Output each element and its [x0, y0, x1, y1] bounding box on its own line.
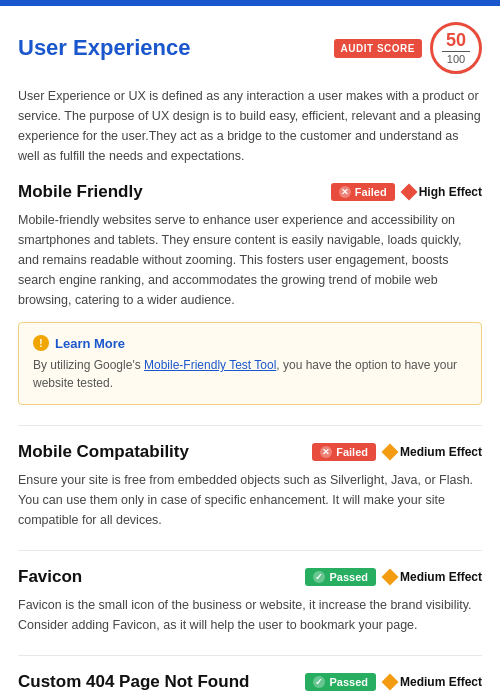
score-circle: 50 100: [430, 22, 482, 74]
diamond-icon-custom-404: [381, 674, 398, 691]
section-custom-404: Custom 404 Page Not Found✓PassedMedium E…: [18, 655, 482, 700]
effect-label-mobile-friendly: High Effect: [419, 185, 482, 199]
score-divider: [442, 51, 470, 52]
learn-more-link-mobile-friendly[interactable]: Mobile-Friendly Test Tool: [144, 358, 276, 372]
divider: [18, 550, 482, 551]
badges-mobile-friendly: ✕FailedHigh Effect: [331, 183, 482, 201]
badges-mobile-compatibility: ✕FailedMedium Effect: [312, 443, 482, 461]
status-badge-mobile-friendly: ✕Failed: [331, 183, 395, 201]
section-body-mobile-compatibility: Ensure your site is free from embedded o…: [18, 470, 482, 530]
badges-custom-404: ✓PassedMedium Effect: [305, 673, 482, 691]
status-badge-favicon: ✓Passed: [305, 568, 376, 586]
section-title-favicon: Favicon: [18, 567, 82, 587]
section-title-mobile-friendly: Mobile Friendly: [18, 182, 143, 202]
status-badge-custom-404: ✓Passed: [305, 673, 376, 691]
section-header-favicon: Favicon✓PassedMedium Effect: [18, 567, 482, 587]
section-body-mobile-friendly: Mobile-friendly websites serve to enhanc…: [18, 210, 482, 310]
check-icon: ✓: [313, 571, 325, 583]
section-header-custom-404: Custom 404 Page Not Found✓PassedMedium E…: [18, 672, 482, 692]
check-icon: ✓: [313, 676, 325, 688]
effect-badge-favicon: Medium Effect: [384, 570, 482, 584]
section-mobile-compatibility: Mobile Compatability✕FailedMedium Effect…: [18, 425, 482, 530]
audit-score-label: AUDIT SCORE: [334, 39, 422, 58]
status-badge-mobile-compatibility: ✕Failed: [312, 443, 376, 461]
x-icon: ✕: [320, 446, 332, 458]
status-label-mobile-friendly: Failed: [355, 186, 387, 198]
learn-more-box-mobile-friendly: !Learn MoreBy utilizing Google's Mobile-…: [18, 322, 482, 405]
effect-label-mobile-compatibility: Medium Effect: [400, 445, 482, 459]
intro-text: User Experience or UX is defined as any …: [18, 86, 482, 166]
section-favicon: Favicon✓PassedMedium EffectFavicon is th…: [18, 550, 482, 635]
section-header-mobile-friendly: Mobile Friendly✕FailedHigh Effect: [18, 182, 482, 202]
effect-badge-mobile-compatibility: Medium Effect: [384, 445, 482, 459]
diamond-icon-favicon: [381, 569, 398, 586]
section-title-mobile-compatibility: Mobile Compatability: [18, 442, 189, 462]
status-label-custom-404: Passed: [329, 676, 368, 688]
divider: [18, 425, 482, 426]
x-icon: ✕: [339, 186, 351, 198]
divider: [18, 655, 482, 656]
sections-container: Mobile Friendly✕FailedHigh EffectMobile-…: [18, 182, 482, 700]
badges-favicon: ✓PassedMedium Effect: [305, 568, 482, 586]
diamond-icon-mobile-friendly: [400, 184, 417, 201]
status-label-mobile-compatibility: Failed: [336, 446, 368, 458]
header-row: User Experience AUDIT SCORE 50 100: [18, 22, 482, 74]
status-label-favicon: Passed: [329, 571, 368, 583]
page-title: User Experience: [18, 35, 190, 61]
score-top: 50: [446, 31, 466, 49]
score-bottom: 100: [447, 54, 465, 65]
effect-label-custom-404: Medium Effect: [400, 675, 482, 689]
effect-badge-custom-404: Medium Effect: [384, 675, 482, 689]
learn-more-title-mobile-friendly: !Learn More: [33, 335, 467, 351]
warning-icon: !: [33, 335, 49, 351]
learn-more-text-mobile-friendly: By utilizing Google's Mobile-Friendly Te…: [33, 356, 467, 392]
section-title-custom-404: Custom 404 Page Not Found: [18, 672, 249, 692]
diamond-icon-mobile-compatibility: [381, 444, 398, 461]
effect-label-favicon: Medium Effect: [400, 570, 482, 584]
section-header-mobile-compatibility: Mobile Compatability✕FailedMedium Effect: [18, 442, 482, 462]
section-body-favicon: Favicon is the small icon of the busines…: [18, 595, 482, 635]
effect-badge-mobile-friendly: High Effect: [403, 185, 482, 199]
learn-more-label: Learn More: [55, 336, 125, 351]
main-content: User Experience AUDIT SCORE 50 100 User …: [0, 6, 500, 700]
audit-score-container: AUDIT SCORE 50 100: [334, 22, 482, 74]
section-mobile-friendly: Mobile Friendly✕FailedHigh EffectMobile-…: [18, 182, 482, 405]
